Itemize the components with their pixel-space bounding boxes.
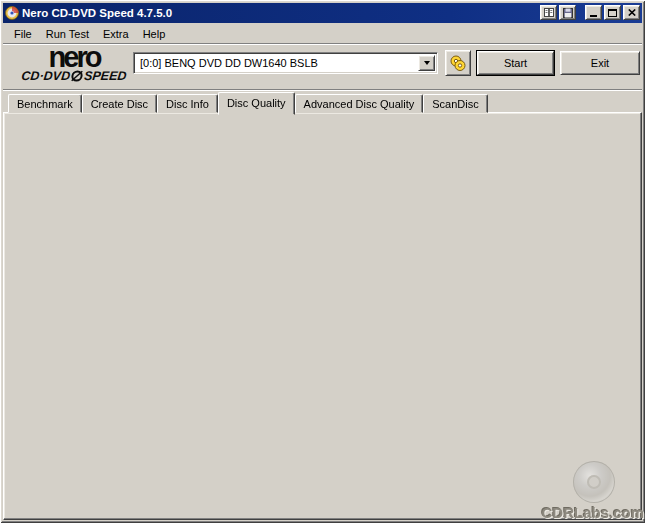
disc-tool-button[interactable] [445,50,471,76]
menu-file[interactable]: File [7,26,39,42]
nero-logo: nero CD·DVD SPEED [13,45,135,83]
start-button-label: Start [504,57,527,69]
start-button[interactable]: Start [477,51,554,75]
close-icon [628,9,636,16]
tab-disc-quality[interactable]: Disc Quality [218,92,295,115]
tab-scandisc[interactable]: ScanDisc [423,94,487,113]
close-button[interactable] [623,5,640,20]
drive-selector[interactable]: [0:0] BENQ DVD DD DW1640 BSLB [133,52,438,74]
disc-icon [70,70,83,82]
maximize-icon [608,9,617,17]
floppy-disk-icon [563,8,573,18]
menu-run-test[interactable]: Run Test [39,26,96,42]
divider [3,89,642,91]
minimize-icon [590,15,597,17]
drive-selector-value: [0:0] BENQ DVD DD DW1640 BSLB [134,57,416,69]
exit-button-label: Exit [591,57,609,69]
report-button[interactable] [540,5,557,20]
discs-icon [449,54,467,72]
title-bar: Nero CD-DVD Speed 4.7.5.0 [3,3,642,23]
tab-disc-info[interactable]: Disc Info [157,94,218,113]
tab-strip: Benchmark Create Disc Disc Info Disc Qua… [8,92,488,113]
menu-extra[interactable]: Extra [96,26,136,42]
app-icon [5,6,19,20]
tab-create-disc[interactable]: Create Disc [82,94,157,113]
disc-quality-page [3,112,642,520]
save-button[interactable] [559,5,576,20]
drive-selector-dropdown-button[interactable] [418,55,435,71]
logo-text-speed: SPEED [83,69,127,83]
maximize-button[interactable] [604,5,621,20]
chevron-down-icon [424,61,430,65]
menu-help[interactable]: Help [136,26,173,42]
window-title: Nero CD-DVD Speed 4.7.5.0 [22,7,172,19]
book-icon [544,8,554,17]
tab-advanced-disc-quality[interactable]: Advanced Disc Quality [295,94,424,113]
exit-button[interactable]: Exit [560,51,640,75]
toolbar: nero CD·DVD SPEED [0:0] BENQ DVD DD DW16… [3,45,642,89]
watermark-text: CDRLabs.com [541,504,644,521]
tab-benchmark[interactable]: Benchmark [8,94,82,113]
logo-text-nero: nero [13,45,135,69]
minimize-button[interactable] [585,5,602,20]
logo-text-cddvd: CD·DVD [21,69,71,83]
app-window: Nero CD-DVD Speed 4.7.5.0 [0,0,645,523]
